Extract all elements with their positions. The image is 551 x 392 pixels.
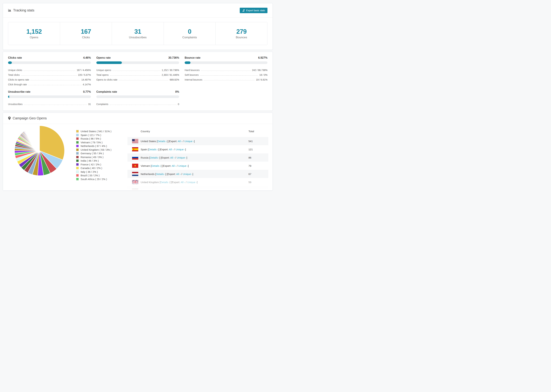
export-unique-link[interactable]: Unique › [175, 148, 185, 151]
rate-detail-rows: Hard bounces242 / 86.738%Soft bounces18 … [185, 67, 268, 81]
stat-label: Bounces [236, 36, 247, 39]
legend-item-germany: Germany ( 55 / 3% ) [76, 152, 124, 155]
geo-title: Campaign Geo Opens [8, 116, 47, 120]
rate-title: Unsubscribe rate [8, 90, 30, 93]
export-all-link[interactable]: All › [176, 173, 181, 175]
details-link[interactable]: Details › [156, 173, 165, 175]
geo-row-total: 79 [248, 164, 268, 167]
dotted-leader [21, 75, 77, 76]
export-unique-link[interactable]: Unique › [177, 156, 186, 159]
export-basic-stats-button[interactable]: Export basic stats [240, 8, 268, 13]
detail-row-click-through-rate: Click through rate4.147% [8, 81, 91, 86]
detail-row-unique-opens: Unique opens1,152 / 30.736% [96, 67, 179, 71]
export-unique-link[interactable]: Unique › [178, 164, 188, 167]
legend-label: South Africa ( 29 / 2% ) [81, 178, 107, 181]
geo-row-total: 59 [248, 181, 268, 184]
detail-label: Opens to clicks rate [96, 78, 117, 81]
detail-value: 1,152 / 30.736% [162, 69, 179, 71]
export-icon [242, 9, 245, 12]
legend-item-spain: Spain ( 121 / 7% ) [76, 133, 124, 137]
campaign-geo-opens-card: Campaign Geo Opens United States ( 541 /… [3, 112, 273, 191]
detail-value: 2,303 / 61.446% [162, 74, 179, 76]
export-unique-link[interactable]: Unique › [187, 181, 197, 184]
detail-label: Clicks to opens rate [8, 78, 29, 81]
stat-label: Unsubscribes [129, 36, 147, 39]
progress-bar-fill [185, 61, 191, 64]
stat-value: 0 [188, 28, 191, 35]
legend-item-south-africa: South Africa ( 29 / 2% ) [76, 177, 124, 181]
geo-row-text: United States [Details ›] [Export: All ›… [141, 140, 248, 143]
legend-swatch [76, 170, 79, 173]
flag-gb-icon [132, 180, 138, 184]
details-link[interactable]: Details › [160, 181, 170, 184]
detail-row-clicks-to-opens-rate: Clicks to opens rate14.497% [8, 76, 91, 81]
geo-row-netherlands: Netherlands [Details ›] [Export: All › /… [127, 170, 268, 178]
flag-ru-icon [132, 155, 138, 160]
legend-item-romania: Romania ( 49 / 3% ) [76, 155, 124, 159]
stat-value: 1,152 [26, 28, 42, 35]
stat-box-complaints: 0Complaints [164, 22, 216, 45]
rate-value: 30.736% [168, 56, 179, 59]
progress-bar-track [96, 61, 179, 64]
geo-row-text: Russia [Details ›] [Export: All › / Uniq… [141, 156, 248, 159]
progress-bar-fill [96, 61, 122, 64]
export-all-link[interactable]: All › [173, 189, 177, 191]
legend-swatch [76, 167, 79, 169]
progress-bar-fill [8, 61, 12, 64]
country-column-header: Country [141, 130, 150, 133]
detail-value: 220 / 5.87% [78, 74, 91, 76]
detail-label: Internal bounces [185, 78, 202, 81]
legend-swatch [76, 159, 79, 162]
details-link[interactable]: Details › [150, 156, 159, 159]
detail-value: 242 / 86.738% [252, 69, 268, 71]
geo-row-total: 55 [248, 189, 268, 191]
export-unique-link[interactable]: Unique › [179, 189, 189, 191]
export-unique-link[interactable]: Unique › [183, 173, 192, 175]
detail-label: Total opens [96, 74, 109, 76]
geo-table-header: Country Total [127, 126, 268, 137]
rate-head: Clicks rate4.46% [8, 56, 91, 59]
rate-block-clicks-rate: Clicks rate4.46%Unique clicks167 / 4.456… [8, 56, 91, 86]
export-unique-link[interactable]: Unique › [184, 140, 194, 143]
rates-grid: Clicks rate4.46%Unique clicks167 / 4.456… [8, 56, 268, 105]
detail-value: 0 [178, 103, 179, 105]
details-link[interactable]: Details › [153, 189, 162, 191]
detail-row-unsubscribes: Unsubscribes31 [8, 101, 91, 105]
legend-label: India ( 46 / 3% ) [81, 159, 99, 162]
detail-value: 4.147% [83, 83, 91, 86]
stat-value: 279 [236, 28, 247, 35]
geo-row-germany: Germany [Details ›] [Export: All › / Uni… [127, 186, 268, 191]
rate-block-bounce-rate: Bounce rate6.927%Hard bounces242 / 86.73… [185, 56, 268, 86]
details-link[interactable]: Details › [151, 164, 161, 167]
stat-box-bounces: 279Bounces [216, 22, 267, 45]
rate-title: Opens rate [96, 56, 111, 59]
legend-item-france: France ( 42 / 2% ) [76, 163, 124, 166]
legend-swatch [76, 148, 79, 151]
legend-label: United States ( 541 / 31% ) [81, 130, 111, 133]
progress-bar-track [185, 61, 268, 64]
legend-item-vietnam: Vietnam ( 79 / 5% ) [76, 140, 124, 144]
dotted-leader [28, 85, 81, 85]
details-link[interactable]: Details › [157, 140, 167, 143]
export-all-link[interactable]: All › [178, 140, 182, 143]
rate-block-complaints-rate: Complaints rate0%Complaints0 [96, 90, 179, 105]
geo-row-text: Netherlands [Details ›] [Export: All › /… [141, 173, 248, 175]
export-all-link[interactable]: All › [181, 181, 185, 184]
export-all-link[interactable]: All › [169, 148, 173, 151]
geo-row-text: Spain [Details ›] [Export: All › / Uniqu… [141, 148, 248, 151]
legend-item-united-states: United States ( 541 / 31% ) [76, 129, 124, 133]
page: Tracking stats Export basic stats 1,152O… [0, 0, 276, 191]
details-link[interactable]: Details › [149, 148, 158, 151]
geo-row-text: Vietnam [Details ›] [Export: All › / Uni… [141, 164, 248, 167]
legend-item-netherlands: Netherlands ( 67 / 4% ) [76, 144, 124, 148]
detail-label: Total clicks [8, 74, 20, 76]
flag-vn-icon [132, 164, 138, 168]
detail-row-hard-bounces: Hard bounces242 / 86.738% [185, 67, 268, 71]
rate-title: Bounce rate [185, 56, 200, 59]
progress-bar-track [96, 95, 179, 98]
legend-label: Romania ( 49 / 3% ) [81, 156, 103, 159]
rate-detail-rows: Complaints0 [96, 101, 179, 105]
export-all-link[interactable]: All › [172, 164, 176, 167]
export-all-link[interactable]: All › [170, 156, 175, 159]
dotted-leader [30, 80, 80, 80]
